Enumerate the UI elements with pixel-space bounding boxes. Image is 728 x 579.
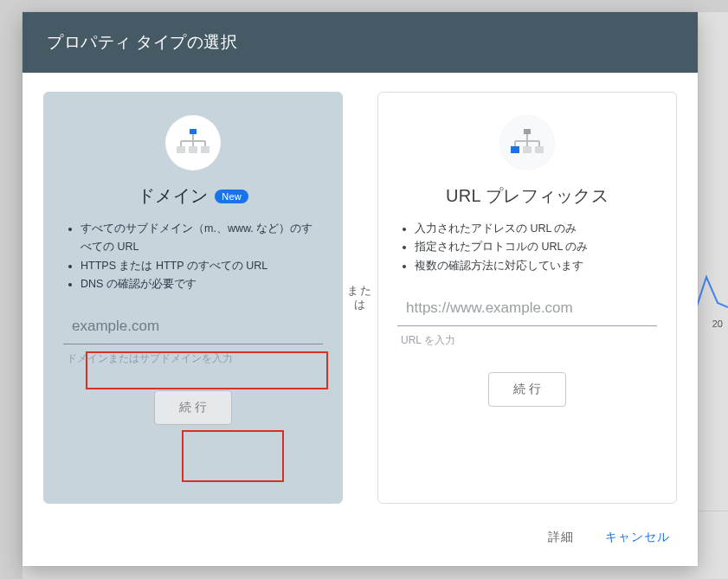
domain-input[interactable] [63, 309, 323, 344]
svg-rect-15 [511, 146, 519, 153]
list-item: HTTPS または HTTP のすべての URL [81, 257, 319, 275]
domain-card-title: ドメイン [138, 184, 208, 208]
property-type-dialog: プロパティ タイプの選択 ドメイン New [23, 12, 698, 566]
prefix-card-bullets: 入力されたアドレスの URL のみ 指定されたプロトコルの URL のみ 複数の… [397, 220, 657, 275]
domain-input-wrap [63, 309, 323, 344]
svg-rect-6 [177, 146, 185, 153]
or-text: または [347, 284, 373, 311]
domain-card[interactable]: ドメイン New すべてのサブドメイン（m.、www. など）のすべての URL… [43, 92, 343, 504]
new-badge: New [215, 190, 248, 203]
sitemap-icon [176, 129, 210, 157]
domain-card-bullets: すべてのサブドメイン（m.、www. など）のすべての URL HTTPS また… [63, 220, 323, 293]
list-item: 入力されたアドレスの URL のみ [415, 220, 654, 238]
backdrop-shade-left [0, 0, 23, 579]
cancel-button[interactable]: キャンセル [602, 524, 673, 550]
or-separator-label: または [343, 284, 377, 311]
or-separator: または [343, 92, 377, 504]
domain-card-title-row: ドメイン New [138, 184, 248, 208]
dialog-title: プロパティ タイプの選択 [23, 12, 698, 73]
prefix-continue-button[interactable]: 続行 [488, 372, 566, 407]
domain-input-helper: ドメインまたはサブドメインを入力 [63, 351, 323, 366]
svg-rect-7 [189, 146, 197, 153]
list-item: 複数の確認方法に対応しています [415, 257, 654, 275]
list-item: 指定されたプロトコルの URL のみ [415, 238, 654, 256]
prefix-card-icon-circle [499, 115, 555, 170]
prefix-input-wrap [397, 291, 657, 326]
domain-card-icon-circle [165, 115, 221, 170]
prefix-card-title: URL プレフィックス [446, 184, 609, 208]
list-item: すべてのサブドメイン（m.、www. など）のすべての URL [81, 220, 319, 257]
svg-rect-8 [201, 146, 209, 153]
dialog-footer: 詳細 キャンセル [23, 512, 698, 566]
prefix-input-helper: URL を入力 [397, 333, 657, 348]
dialog-body: ドメイン New すべてのサブドメイン（m.、www. など）のすべての URL… [23, 73, 698, 512]
svg-rect-9 [524, 129, 531, 134]
svg-rect-0 [190, 129, 196, 134]
backdrop-shade-top [0, 0, 728, 12]
url-prefix-card[interactable]: URL プレフィックス 入力されたアドレスの URL のみ 指定されたプロトコル… [377, 92, 677, 504]
svg-rect-17 [535, 146, 544, 153]
url-prefix-input[interactable] [397, 291, 657, 326]
domain-continue-button[interactable]: 続行 [154, 390, 232, 425]
details-button[interactable]: 詳細 [544, 524, 577, 550]
background-axis-tick: 20 [712, 318, 723, 329]
sitemap-icon [510, 129, 544, 157]
list-item: DNS の確認が必要です [81, 275, 319, 293]
prefix-card-title-row: URL プレフィックス [446, 184, 609, 208]
svg-rect-16 [523, 146, 532, 153]
